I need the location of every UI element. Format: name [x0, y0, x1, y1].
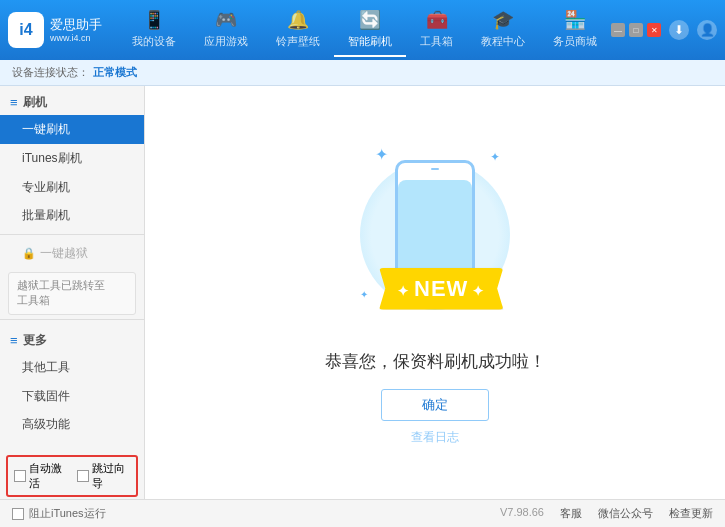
user-button[interactable]: 👤: [697, 20, 717, 40]
logo-name: 爱思助手: [50, 17, 102, 34]
footer: 阻止iTunes运行 V7.98.66 客服 微信公众号 检查更新: [0, 499, 725, 527]
tutorial-icon: 🎓: [492, 9, 514, 31]
sidebar: ≡ 刷机 一键刷机 iTunes刷机 专业刷机 批量刷机 🔒 一键越狱 越狱工具…: [0, 86, 145, 499]
sidebar-section-flash: ≡ 刷机: [0, 86, 144, 115]
footer-right: V7.98.66 客服 微信公众号 检查更新: [500, 506, 713, 521]
nav-my-device[interactable]: 📱 我的设备: [118, 3, 190, 57]
nav-smart-flash[interactable]: 🔄 智能刷机: [334, 3, 406, 57]
maximize-button[interactable]: □: [629, 23, 643, 37]
auto-activate-label[interactable]: 自动激活: [14, 461, 67, 491]
success-illustration: ✦ ✦ ✦ NEW: [345, 140, 525, 330]
download-button[interactable]: ⬇: [669, 20, 689, 40]
sidebar-notice: 越狱工具已跳转至工具箱: [8, 272, 136, 315]
app-games-icon: 🎮: [215, 9, 237, 31]
star-icon-1: ✦: [375, 145, 388, 164]
skip-wizard-checkbox[interactable]: [77, 470, 89, 482]
sidebar-item-itunes-flash[interactable]: iTunes刷机: [0, 144, 144, 173]
status-bar: 设备连接状态： 正常模式: [0, 60, 725, 86]
phone-speaker: [431, 168, 439, 170]
itunes-checkbox[interactable]: [12, 508, 24, 520]
skip-wizard-label[interactable]: 跳过向导: [77, 461, 130, 491]
footer-customer-service[interactable]: 客服: [560, 506, 582, 521]
itunes-label: 阻止iTunes运行: [29, 506, 106, 521]
smart-flash-icon: 🔄: [359, 9, 381, 31]
logo-icon: i4: [8, 12, 44, 48]
sidebar-section-more: ≡ 更多: [0, 324, 144, 353]
sidebar-item-one-key-flash[interactable]: 一键刷机: [0, 115, 144, 144]
header: i4 爱思助手 www.i4.cn 📱 我的设备 🎮 应用游戏 🔔 铃声壁纸 🔄…: [0, 0, 725, 60]
nav-business[interactable]: 🏪 务员商城: [539, 3, 611, 57]
success-text: 恭喜您，保资料刷机成功啦！: [325, 350, 546, 373]
flash-section-icon: ≡: [10, 95, 18, 110]
logo-url: www.i4.cn: [50, 33, 102, 43]
window-controls: — □ ✕: [611, 23, 661, 37]
star-icon-3: ✦: [360, 289, 368, 300]
nav-tutorial[interactable]: 🎓 教程中心: [467, 3, 539, 57]
star-icon-2: ✦: [490, 150, 500, 164]
close-button[interactable]: ✕: [647, 23, 661, 37]
business-icon: 🏪: [564, 9, 586, 31]
sidebar-divider-1: [0, 234, 144, 235]
nav-ringtones[interactable]: 🔔 铃声壁纸: [262, 3, 334, 57]
my-device-icon: 📱: [143, 9, 165, 31]
confirm-button[interactable]: 确定: [381, 389, 489, 421]
sidebar-item-advanced[interactable]: 高级功能: [0, 410, 144, 439]
checkbox-group: 自动激活 跳过向导: [6, 455, 138, 497]
phone-screen: [398, 180, 472, 271]
sidebar-item-pro-flash[interactable]: 专业刷机: [0, 173, 144, 202]
status-label: 设备连接状态：: [12, 65, 89, 80]
footer-check-update[interactable]: 检查更新: [669, 506, 713, 521]
toolbox-icon: 🧰: [426, 9, 448, 31]
version-label: V7.98.66: [500, 506, 544, 521]
log-link[interactable]: 查看日志: [411, 429, 459, 446]
sidebar-item-batch-flash[interactable]: 批量刷机: [0, 201, 144, 230]
more-section-icon: ≡: [10, 333, 18, 348]
nav-toolbox[interactable]: 🧰 工具箱: [406, 3, 467, 57]
main-nav: 📱 我的设备 🎮 应用游戏 🔔 铃声壁纸 🔄 智能刷机 🧰 工具箱 🎓 教程中心…: [118, 3, 611, 57]
sidebar-item-download-firmware[interactable]: 下载固件: [0, 382, 144, 411]
content-area: ✦ ✦ ✦ NEW 恭喜您，保资料刷机成功啦！ 确定 查看日志: [145, 86, 725, 499]
nav-app-games[interactable]: 🎮 应用游戏: [190, 3, 262, 57]
auto-activate-checkbox[interactable]: [14, 470, 26, 482]
sidebar-item-jailbreak: 🔒 一键越狱: [0, 239, 144, 268]
footer-left: 阻止iTunes运行: [12, 506, 106, 521]
header-right: — □ ✕ ⬇ 👤: [611, 20, 717, 40]
status-value: 正常模式: [93, 65, 137, 80]
logo: i4 爱思助手 www.i4.cn: [8, 12, 118, 48]
ringtones-icon: 🔔: [287, 9, 309, 31]
new-badge: NEW: [379, 268, 503, 310]
footer-wechat[interactable]: 微信公众号: [598, 506, 653, 521]
sidebar-item-other-tools[interactable]: 其他工具: [0, 353, 144, 382]
main-layout: ≡ 刷机 一键刷机 iTunes刷机 专业刷机 批量刷机 🔒 一键越狱 越狱工具…: [0, 86, 725, 499]
minimize-button[interactable]: —: [611, 23, 625, 37]
sidebar-divider-2: [0, 319, 144, 320]
